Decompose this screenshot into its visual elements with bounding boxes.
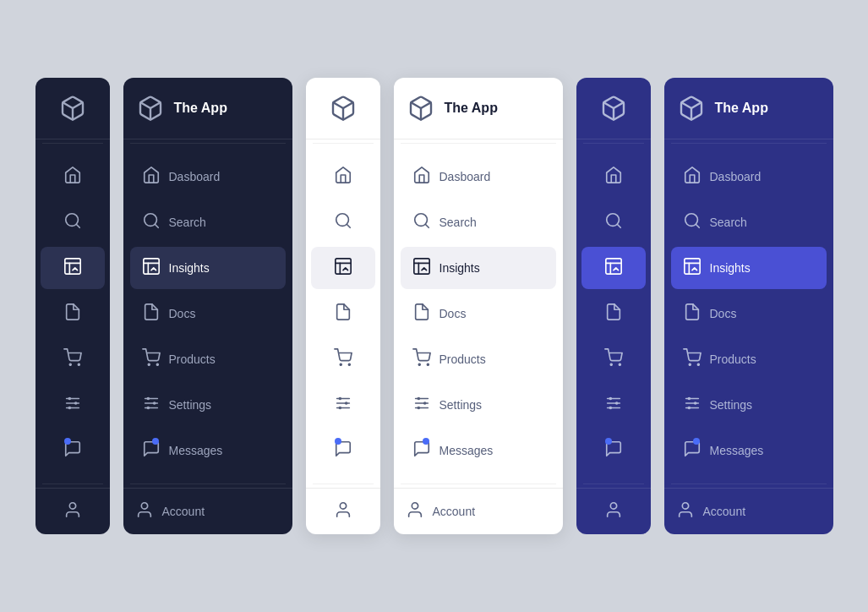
nav-item-dashboard[interactable] <box>41 156 105 198</box>
nav-item-insights[interactable]: Insights <box>130 247 286 289</box>
sidebar-header[interactable]: The App <box>394 78 563 139</box>
footer-divider <box>671 484 827 484</box>
nav-item-insights[interactable]: Insights <box>671 247 827 289</box>
sidebar-footer[interactable]: Account <box>394 488 563 534</box>
nav-item-insights[interactable] <box>41 247 105 289</box>
cart-icon <box>142 348 161 370</box>
nav-item-products[interactable]: Products <box>401 338 556 380</box>
home-icon <box>63 166 82 188</box>
nav-label-insights: Insights <box>169 261 210 275</box>
message-badge <box>605 438 612 445</box>
nav-item-messages[interactable]: Messages <box>401 429 556 472</box>
search-icon <box>142 211 161 233</box>
nav-item-products[interactable]: Products <box>671 338 827 380</box>
sidebar-header[interactable]: The App <box>664 78 833 139</box>
sidebar-footer[interactable]: Account <box>664 488 833 534</box>
insights-icon <box>334 257 352 279</box>
sidebar-header[interactable] <box>35 78 110 139</box>
nav-item-search[interactable]: Search <box>671 201 827 243</box>
svg-point-22 <box>156 363 158 365</box>
svg-point-27 <box>152 402 156 405</box>
svg-point-67 <box>619 363 620 365</box>
nav-item-settings[interactable] <box>581 384 646 426</box>
sidebar-dark-collapsed <box>35 78 110 534</box>
nav-item-settings[interactable]: Settings <box>671 384 827 426</box>
nav-item-search[interactable]: Search <box>401 201 556 243</box>
search-icon <box>63 211 82 233</box>
nav-label-dashboard: Dasboard <box>710 170 762 183</box>
nav-item-docs[interactable]: Docs <box>401 292 556 335</box>
nav-item-dashboard[interactable] <box>311 156 375 198</box>
nav-item-products[interactable] <box>311 338 375 380</box>
svg-point-89 <box>682 503 688 509</box>
sidebar-dark-expanded: The App Dasboard Search Insights Docs Pr… <box>123 78 292 534</box>
nav-item-search[interactable]: Search <box>130 201 286 243</box>
svg-line-77 <box>696 224 699 227</box>
header-divider <box>130 143 286 144</box>
svg-rect-18 <box>143 259 158 274</box>
svg-point-6 <box>69 363 71 365</box>
nav-item-docs[interactable]: Docs <box>130 292 286 335</box>
nav-items: Dasboard Search Insights Docs Products S… <box>394 147 563 480</box>
svg-point-37 <box>348 363 350 365</box>
svg-point-74 <box>610 503 616 509</box>
sidebar-footer[interactable] <box>35 488 110 534</box>
nav-item-dashboard[interactable]: Dasboard <box>671 156 827 198</box>
sidebar-footer[interactable] <box>576 488 651 534</box>
nav-label-settings: Settings <box>439 398 483 412</box>
nav-item-dashboard[interactable] <box>581 156 646 198</box>
nav-item-products[interactable] <box>581 338 646 380</box>
sidebar-header[interactable] <box>306 78 380 139</box>
insights-icon <box>142 257 161 279</box>
nav-item-messages[interactable] <box>311 429 375 472</box>
nav-item-products[interactable] <box>41 338 105 380</box>
nav-item-insights[interactable] <box>581 247 646 289</box>
nav-item-products[interactable]: Products <box>130 338 286 380</box>
nav-item-settings[interactable] <box>311 384 375 426</box>
nav-item-settings[interactable]: Settings <box>130 384 286 426</box>
sidebar-footer[interactable]: Account <box>123 488 292 534</box>
svg-point-44 <box>340 503 346 509</box>
nav-item-docs[interactable] <box>581 292 646 335</box>
cart-icon <box>604 348 623 370</box>
app-icon <box>676 93 707 123</box>
nav-item-search[interactable] <box>311 201 375 243</box>
home-icon <box>334 166 352 188</box>
docs-icon <box>412 303 431 325</box>
cart-icon <box>63 348 82 370</box>
showcase-container: The App Dasboard Search Insights Docs Pr… <box>35 78 833 534</box>
svg-point-28 <box>146 407 150 410</box>
nav-item-messages[interactable]: Messages <box>671 429 827 472</box>
nav-item-search[interactable] <box>581 201 646 243</box>
svg-rect-48 <box>413 259 429 274</box>
svg-point-21 <box>148 363 150 365</box>
svg-point-72 <box>614 402 618 405</box>
svg-line-62 <box>617 224 620 227</box>
nav-item-docs[interactable] <box>41 292 105 335</box>
nav-item-messages[interactable]: Messages <box>130 429 286 472</box>
nav-label-search: Search <box>710 216 747 229</box>
nav-item-docs[interactable] <box>311 292 375 335</box>
svg-point-73 <box>609 407 612 410</box>
nav-item-insights[interactable]: Insights <box>401 247 556 289</box>
nav-item-search[interactable] <box>41 201 105 243</box>
sidebar-header[interactable]: The App <box>123 78 292 139</box>
nav-item-docs[interactable]: Docs <box>671 292 827 335</box>
cart-icon <box>334 348 352 370</box>
nav-items: Dasboard Search Insights Docs Products S… <box>664 147 833 480</box>
nav-item-messages[interactable] <box>581 429 646 472</box>
nav-item-insights[interactable] <box>311 247 375 289</box>
settings-icon <box>604 394 623 416</box>
nav-label-docs: Docs <box>169 307 196 320</box>
nav-item-settings[interactable] <box>41 384 105 426</box>
nav-label-messages: Messages <box>710 444 764 457</box>
sidebar-header[interactable] <box>576 78 651 139</box>
app-icon <box>598 93 629 123</box>
app-icon <box>135 93 166 123</box>
nav-item-settings[interactable]: Settings <box>401 384 556 426</box>
nav-item-dashboard[interactable]: Dasboard <box>401 156 556 198</box>
nav-item-dashboard[interactable]: Dasboard <box>130 156 286 198</box>
nav-label-docs: Docs <box>439 307 467 320</box>
nav-item-messages[interactable] <box>41 429 105 472</box>
sidebar-footer[interactable] <box>306 488 380 534</box>
